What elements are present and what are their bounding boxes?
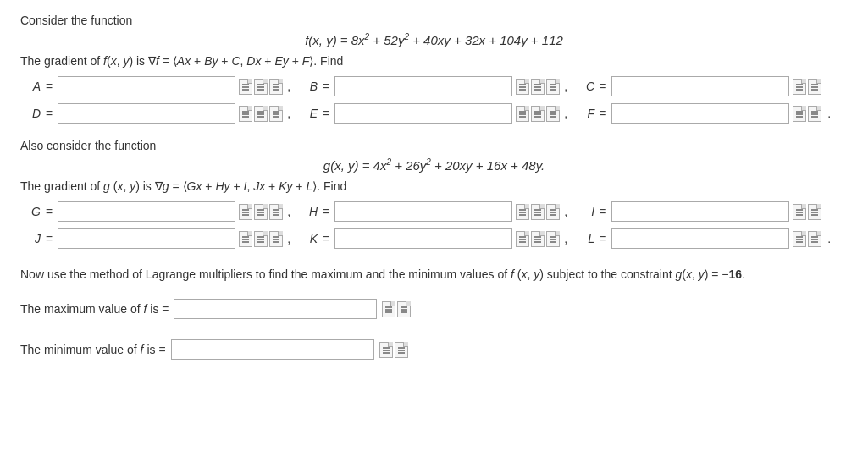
icon-L-1[interactable]	[793, 231, 806, 247]
icon-B-2[interactable]	[531, 79, 545, 95]
icons-D	[239, 106, 284, 122]
icons-max	[382, 301, 412, 317]
icon-C-2[interactable]	[808, 79, 821, 95]
icon-F-2[interactable]	[808, 106, 821, 122]
icons-G	[239, 204, 284, 220]
section1: Consider the function f(x, y) = 8x2 + 52…	[20, 14, 848, 124]
icons-min	[379, 342, 409, 358]
icon-K-2[interactable]	[531, 231, 545, 247]
icon-G-3[interactable]	[269, 204, 283, 220]
label-E: E	[297, 107, 318, 120]
icon-D-3[interactable]	[269, 106, 283, 122]
label-H: H	[297, 205, 318, 218]
label-F: F	[574, 107, 594, 120]
input-min[interactable]	[171, 339, 374, 360]
icon-J-1[interactable]	[239, 231, 252, 247]
icon-E-1[interactable]	[516, 106, 529, 122]
lagrange-desc: Now use the method of Lagrange multiplie…	[20, 266, 848, 284]
icon-B-3[interactable]	[546, 79, 560, 95]
input-H[interactable]	[334, 201, 512, 222]
icons-B	[516, 79, 561, 95]
icon-G-1[interactable]	[239, 204, 252, 220]
input-E[interactable]	[334, 103, 512, 124]
icon-K-1[interactable]	[516, 231, 529, 247]
icons-E	[516, 106, 561, 122]
label-A: A	[20, 80, 41, 93]
icon-H-1[interactable]	[516, 204, 529, 220]
min-value-row: The minimum value of f is =	[20, 339, 848, 360]
input-A[interactable]	[58, 76, 235, 96]
label-K: K	[297, 232, 318, 245]
icon-A-2[interactable]	[254, 79, 268, 95]
max-value-row: The maximum value of f is =	[20, 299, 848, 319]
icon-B-1[interactable]	[516, 79, 529, 95]
icon-F-1[interactable]	[793, 106, 806, 122]
label-G: G	[20, 205, 41, 218]
icons-J	[239, 231, 284, 247]
icon-min-1[interactable]	[379, 342, 393, 358]
icon-K-3[interactable]	[546, 231, 560, 247]
label-I: I	[574, 205, 594, 218]
input-J[interactable]	[58, 228, 235, 249]
icon-max-1[interactable]	[382, 301, 395, 317]
row-jkl: J = , K = , L = .	[20, 228, 848, 249]
icon-I-2[interactable]	[808, 204, 821, 220]
icon-J-2[interactable]	[254, 231, 268, 247]
section2: Also consider the function g(x, y) = 4x2…	[20, 139, 848, 249]
section1-gradient-desc: The gradient of f(x, y) is ∇f = ⟨Ax + By…	[20, 54, 848, 68]
input-D[interactable]	[58, 103, 235, 124]
label-C: C	[574, 80, 594, 93]
max-label: The maximum value of f is =	[20, 302, 169, 316]
section2-formula: g(x, y) = 4x2 + 26y2 + 20xy + 16x + 48y.	[20, 157, 848, 173]
icon-A-1[interactable]	[239, 79, 252, 95]
icon-E-2[interactable]	[531, 106, 545, 122]
icons-H	[516, 204, 561, 220]
input-B[interactable]	[334, 76, 512, 96]
label-B: B	[297, 80, 318, 93]
icon-C-1[interactable]	[793, 79, 806, 95]
label-J: J	[20, 232, 41, 245]
section1-formula: f(x, y) = 8x2 + 52y2 + 40xy + 32x + 104y…	[20, 32, 848, 47]
icons-C	[793, 79, 822, 95]
input-C[interactable]	[611, 76, 789, 96]
icon-J-3[interactable]	[269, 231, 283, 247]
input-max[interactable]	[174, 299, 377, 319]
icons-I	[793, 204, 822, 220]
icons-F	[793, 106, 822, 122]
section3: Now use the method of Lagrange multiplie…	[20, 266, 848, 360]
icon-E-3[interactable]	[546, 106, 560, 122]
label-D: D	[20, 107, 41, 120]
icon-L-2[interactable]	[808, 231, 821, 247]
icons-L	[793, 231, 822, 247]
input-G[interactable]	[58, 201, 235, 222]
icon-D-2[interactable]	[254, 106, 268, 122]
label-L: L	[574, 232, 594, 245]
input-K[interactable]	[334, 228, 512, 249]
icon-I-1[interactable]	[793, 204, 806, 220]
input-L[interactable]	[611, 228, 789, 249]
section2-gradient-desc: The gradient of g (x, y) is ∇g = ⟨Gx + H…	[20, 179, 848, 193]
input-F[interactable]	[611, 103, 789, 124]
icon-H-2[interactable]	[531, 204, 545, 220]
icon-A-3[interactable]	[269, 79, 283, 95]
icon-G-2[interactable]	[254, 204, 268, 220]
input-I[interactable]	[611, 201, 789, 222]
section1-title: Consider the function	[20, 14, 848, 27]
icon-H-3[interactable]	[546, 204, 560, 220]
row-def: D = , E = , F = .	[20, 103, 848, 124]
row-abc: A = , B = , C =	[20, 76, 848, 96]
icons-K	[516, 231, 561, 247]
min-label: The minimum value of f is =	[20, 343, 166, 356]
section2-title: Also consider the function	[20, 139, 848, 152]
icon-D-1[interactable]	[239, 106, 252, 122]
icon-max-2[interactable]	[397, 301, 411, 317]
row-ghi: G = , H = , I =	[20, 201, 848, 222]
icons-A	[239, 79, 284, 95]
icon-min-2[interactable]	[395, 342, 408, 358]
